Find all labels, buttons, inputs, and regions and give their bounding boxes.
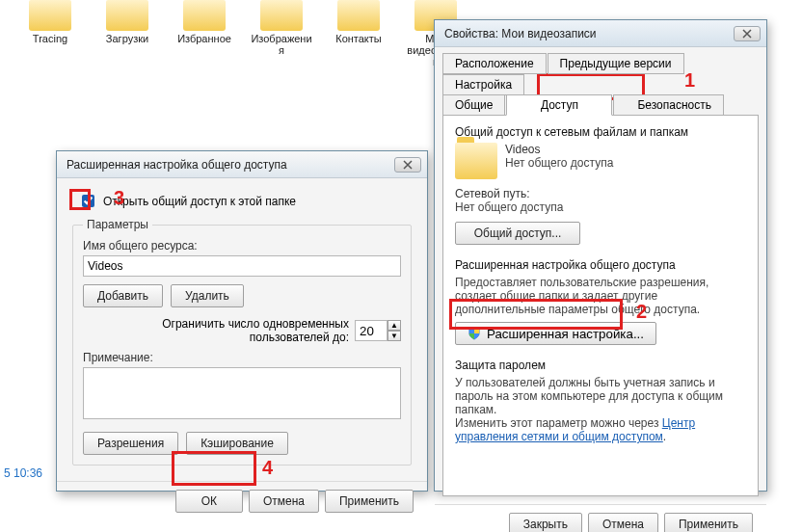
permissions-button[interactable]: Разрешения [83, 432, 178, 455]
folder-favorites[interactable]: Избранное [174, 0, 235, 58]
password-protect-hint: Изменить этот параметр можно через Центр… [455, 416, 746, 443]
folder-icon [455, 143, 497, 179]
window-title: Свойства: Мои видеозаписи [441, 27, 734, 40]
folder-tracing[interactable]: Tracing [19, 0, 81, 58]
tab-location[interactable]: Расположение [442, 53, 547, 74]
parameters-group: Параметры Имя общего ресурса: Добавить У… [72, 218, 412, 466]
property-tabs-row2: Общие Доступ Безопасность [442, 94, 759, 115]
checkbox-text: Открыть общий доступ к этой папке [103, 195, 296, 208]
property-tabs: Расположение Предыдущие версии Настройка [442, 53, 759, 94]
folder-label: Контакты [328, 33, 389, 44]
folder-label: Tracing [19, 33, 81, 44]
annotation-box-3 [69, 189, 91, 210]
status-timestamp: 5 10:36 [4, 466, 42, 480]
net-path-label: Сетевой путь: [455, 187, 746, 200]
folder-icon [106, 0, 148, 31]
folder-label: Избранное [174, 33, 235, 44]
tab-sharing[interactable]: Доступ [506, 94, 612, 116]
spinner-down[interactable]: ▼ [388, 331, 401, 341]
close-button[interactable] [734, 26, 761, 41]
apply-button[interactable]: Применить [664, 513, 753, 532]
share-name-input[interactable] [83, 255, 401, 277]
close-icon [403, 160, 413, 170]
folder-label: Изображения [251, 33, 312, 56]
titlebar[interactable]: Расширенная настройка общего доступа [57, 151, 427, 178]
share-name: Videos [505, 143, 613, 156]
ok-button[interactable]: ОК [175, 490, 243, 513]
tab-previous-versions[interactable]: Предыдущие версии [548, 53, 684, 74]
folder-images[interactable]: Изображения [251, 0, 312, 58]
share-state: Нет общего доступа [505, 156, 613, 170]
adv-sharing-heading: Расширенная настройка общего доступа [455, 258, 746, 272]
folder-label: Загрузки [96, 33, 158, 44]
folder-contacts[interactable]: Контакты [328, 0, 389, 58]
folder-icon [29, 0, 71, 31]
folder-icon [337, 0, 380, 31]
annotation-number-2: 2 [636, 301, 647, 323]
tab-security[interactable]: Безопасность [613, 94, 724, 116]
annotation-box-2 [449, 299, 623, 330]
password-protect-desc: У пользователей должны быть учетная запи… [455, 376, 746, 416]
advanced-sharing-dialog: Расширенная настройка общего доступа Отк… [56, 150, 428, 492]
annotation-box-4 [172, 451, 256, 486]
group-legend: Параметры [83, 218, 152, 231]
folder-icon [183, 0, 226, 31]
tab-general[interactable]: Общие [442, 94, 505, 116]
share-name-label: Имя общего ресурса: [83, 239, 401, 253]
close-dialog-button[interactable]: Закрыть [509, 513, 582, 532]
tab-customize[interactable]: Настройка [442, 74, 524, 95]
password-protect-heading: Защита паролем [455, 359, 746, 372]
user-limit-stepper[interactable]: ▲ ▼ [355, 320, 401, 341]
properties-dialog: Свойства: Мои видеозаписи Расположение П… [434, 19, 767, 492]
remove-button[interactable]: Удалить [171, 284, 244, 307]
share-button[interactable]: Общий доступ... [455, 222, 580, 245]
user-limit-input[interactable] [355, 320, 388, 341]
note-label: Примечание: [83, 351, 401, 364]
dialog-buttons: Закрыть Отмена Применить [435, 504, 766, 532]
cancel-button[interactable]: Отмена [588, 513, 658, 532]
apply-button[interactable]: Применить [325, 490, 414, 513]
close-button[interactable] [394, 157, 421, 173]
add-button[interactable]: Добавить [83, 284, 163, 307]
dialog-content: Открыть общий доступ к этой папке Параме… [57, 178, 427, 481]
folder-downloads[interactable]: Загрузки [96, 0, 158, 58]
window-title: Расширенная настройка общего доступа [63, 158, 394, 172]
annotation-number-3: 3 [114, 187, 124, 209]
share-folder-checkbox-label[interactable]: Открыть общий доступ к этой папке [78, 192, 412, 210]
net-sharing-heading: Общий доступ к сетевым файлам и папкам [455, 125, 746, 139]
pw-hint-prefix: Изменить этот параметр можно через [455, 416, 662, 430]
titlebar[interactable]: Свойства: Мои видеозаписи [435, 20, 766, 47]
annotation-number-4: 4 [262, 457, 273, 479]
cancel-button[interactable]: Отмена [249, 490, 319, 513]
limit-label: Ограничить число одновременных пользоват… [83, 317, 349, 345]
close-icon [742, 29, 752, 39]
dialog-buttons: ОК Отмена Применить [57, 481, 427, 522]
net-path-value: Нет общего доступа [455, 200, 746, 214]
spinner-up[interactable]: ▲ [388, 320, 401, 331]
folder-icon [260, 0, 303, 31]
note-textarea[interactable] [83, 367, 401, 419]
